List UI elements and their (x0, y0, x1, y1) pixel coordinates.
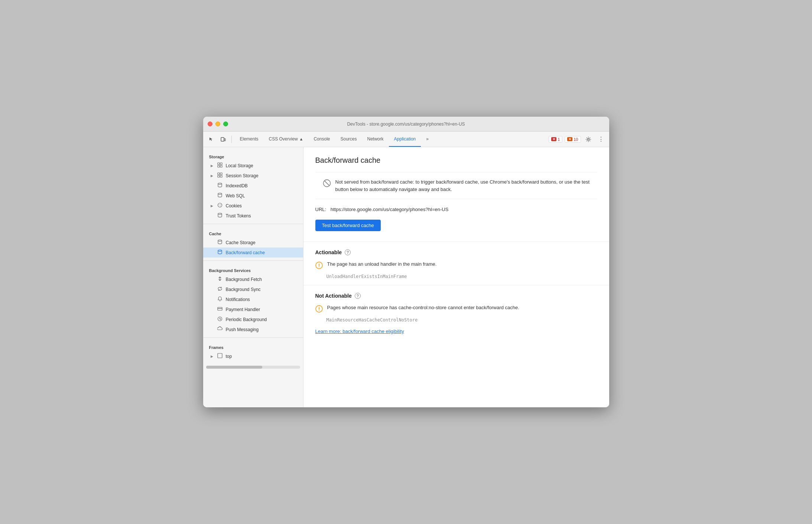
background-sync-label: Background Sync (226, 287, 261, 292)
sidebar-item-cookies[interactable]: ▶ Cookies (203, 201, 303, 211)
close-button[interactable] (208, 122, 212, 126)
grid-icon (217, 162, 223, 169)
content-area: Back/forward cache Not served from back/… (303, 147, 609, 407)
svg-point-14 (219, 204, 220, 205)
sidebar-item-periodic-background[interactable]: ▶ Periodic Background (203, 314, 303, 324)
cylinder-icon (217, 249, 223, 256)
svg-point-2 (587, 138, 589, 140)
clock-icon (217, 316, 223, 323)
section-separator (303, 242, 609, 242)
not-actionable-help-icon[interactable]: ? (355, 293, 361, 299)
traffic-lights (208, 122, 228, 126)
tab-more[interactable]: » (421, 132, 434, 147)
sidebar-item-web-sql[interactable]: ▶ Web SQL (203, 191, 303, 201)
svg-rect-0 (221, 138, 224, 141)
sidebar-item-notifications[interactable]: ▶ Notifications (203, 294, 303, 304)
background-fetch-label: Background Fetch (226, 277, 262, 282)
arrows-icon (217, 276, 223, 282)
tab-sources[interactable]: Sources (335, 132, 362, 147)
device-icon[interactable] (218, 134, 228, 145)
sidebar-item-indexeddb[interactable]: ▶ IndexedDB (203, 181, 303, 191)
sidebar-item-background-sync[interactable]: ▶ Background Sync (203, 284, 303, 294)
tab-console[interactable]: Console (308, 132, 335, 147)
bell-icon (217, 296, 223, 303)
sidebar-item-push-messaging[interactable]: ▶ Push Messaging (203, 324, 303, 334)
sidebar-item-background-fetch[interactable]: ▶ Background Fetch (203, 274, 303, 284)
push-messaging-label: Push Messaging (226, 327, 259, 332)
url-row: URL: https://store.google.com/us/categor… (315, 207, 597, 212)
local-storage-label: Local Storage (226, 163, 253, 168)
expand-arrow-icon: ▶ (211, 174, 213, 178)
sidebar-item-top[interactable]: ▶ top (203, 351, 303, 361)
svg-rect-9 (218, 175, 220, 177)
maximize-button[interactable] (223, 122, 228, 126)
svg-rect-5 (218, 165, 220, 167)
sidebar-separator-3 (203, 337, 303, 338)
learn-more-link[interactable]: Learn more: back/forward cache eligibili… (315, 329, 597, 334)
tab-network[interactable]: Network (362, 132, 389, 147)
tab-application[interactable]: Application (389, 132, 421, 147)
minimize-button[interactable] (215, 122, 220, 126)
cookies-label: Cookies (226, 203, 242, 208)
cylinder-icon (217, 239, 223, 246)
frame-icon (217, 353, 223, 359)
url-value: https://store.google.com/us/category/pho… (331, 207, 449, 212)
sidebar-item-local-storage[interactable]: ▶ Local Storage (203, 161, 303, 171)
tab-elements[interactable]: Elements (235, 132, 264, 147)
svg-point-11 (218, 183, 222, 185)
actionable-issue-text: The page has an unload handler in the ma… (327, 261, 437, 267)
storage-section-label: Storage (203, 150, 303, 161)
not-actionable-issue-text: Pages whose main resource has cache-cont… (327, 305, 519, 310)
web-sql-label: Web SQL (226, 193, 245, 198)
svg-rect-20 (218, 307, 222, 310)
svg-point-27 (319, 310, 319, 311)
cylinder-icon (217, 193, 223, 199)
settings-icon[interactable] (583, 134, 594, 145)
warning-badge[interactable]: ✕ 10 (565, 136, 581, 143)
test-cache-button[interactable]: Test back/forward cache (315, 220, 381, 231)
sidebar: Storage ▶ Local Storage ▶ Session Storag… (203, 147, 303, 407)
info-banner: Not served from back/forward cache: to t… (315, 172, 597, 199)
sidebar-item-back-forward-cache[interactable]: ▶ Back/forward cache (203, 248, 303, 258)
sidebar-item-session-storage[interactable]: ▶ Session Storage (203, 171, 303, 181)
cache-section-label: Cache (203, 227, 303, 237)
toolbar-right: ✕ 1 ✕ 10 ⋮ (549, 134, 606, 145)
cursor-icon[interactable] (206, 134, 217, 145)
sync-icon (217, 286, 223, 292)
devtools-window: DevTools - store.google.com/us/category/… (203, 117, 609, 407)
title-bar: DevTools - store.google.com/us/category/… (203, 117, 609, 132)
toolbar-separator (231, 136, 232, 143)
sidebar-item-payment-handler[interactable]: ▶ Payment Handler (203, 304, 303, 314)
svg-rect-3 (218, 163, 220, 165)
svg-rect-8 (220, 173, 222, 175)
error-badge[interactable]: ✕ 1 (549, 136, 562, 143)
not-actionable-issue-block: Pages whose main resource has cache-cont… (315, 305, 597, 314)
svg-rect-6 (220, 165, 222, 167)
error-x-icon: ✕ (551, 137, 556, 141)
trust-tokens-label: Trust Tokens (226, 213, 251, 219)
page-title: Back/forward cache (315, 156, 597, 165)
svg-point-18 (218, 240, 222, 242)
more-options-icon[interactable]: ⋮ (596, 134, 606, 145)
actionable-help-icon[interactable]: ? (345, 249, 351, 255)
section-separator-2 (303, 285, 609, 285)
warning-icon (315, 262, 323, 271)
scrollbar-thumb[interactable] (206, 366, 263, 369)
warning-count: 10 (574, 137, 578, 142)
ban-icon (323, 179, 331, 189)
svg-point-16 (220, 204, 221, 205)
error-count: 1 (558, 137, 560, 142)
indexeddb-label: IndexedDB (226, 183, 248, 188)
tab-css-overview[interactable]: CSS Overview ▲ (264, 132, 309, 147)
sidebar-item-cache-storage[interactable]: ▶ Cache Storage (203, 237, 303, 248)
scrollbar-track[interactable] (206, 366, 300, 369)
sidebar-item-trust-tokens[interactable]: ▶ Trust Tokens (203, 211, 303, 221)
svg-rect-4 (220, 163, 222, 165)
payment-handler-label: Payment Handler (226, 307, 260, 312)
svg-point-12 (218, 193, 222, 195)
warning-x-icon: ✕ (567, 137, 572, 141)
back-forward-cache-label: Back/forward cache (226, 250, 265, 255)
bg-services-label: Background Services (203, 264, 303, 274)
toolbar: Elements CSS Overview ▲ Console Sources … (203, 132, 609, 147)
svg-point-17 (218, 213, 222, 215)
